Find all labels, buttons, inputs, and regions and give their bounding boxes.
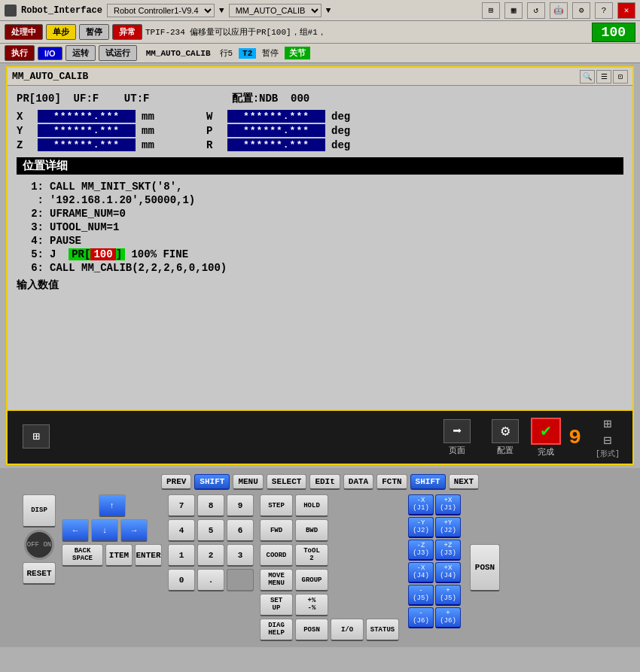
refresh-icon[interactable]: ↺ — [527, 2, 545, 19]
jog-x-pos-j1[interactable]: +X(J1) — [435, 494, 461, 515]
bwd-btn[interactable]: BWD — [295, 519, 328, 542]
tool2-btn[interactable]: ToOL2 — [295, 544, 328, 567]
fwd-btn[interactable]: FWD — [260, 519, 293, 542]
processing-btn[interactable]: 处理中 — [5, 24, 43, 40]
empty-btn — [227, 569, 254, 591]
num3-btn[interactable]: 3 — [227, 544, 254, 567]
line-content-2: UFRAME_NUM=0 — [50, 208, 623, 220]
num1-btn[interactable]: 1 — [168, 544, 195, 567]
group-btn[interactable]: GROUP — [295, 569, 328, 591]
jog-j5-neg[interactable]: -(J5) — [408, 585, 434, 606]
num0-btn[interactable]: 0 — [168, 569, 195, 591]
next-btn[interactable]: NEXT — [449, 474, 479, 490]
window-title-bar: MM_AUTO_CALIB 🔍 ☰ ⊡ — [8, 68, 632, 86]
grid2-icon[interactable]: ▦ — [504, 2, 523, 19]
backspace-btn[interactable]: BACKSPACE — [62, 544, 103, 567]
execute-btn[interactable]: 执行 — [5, 45, 35, 61]
status-message: TPIF-234 偏移量可以应用于PR[100]，组#1， — [145, 26, 589, 38]
step-btn[interactable]: 单步 — [46, 24, 76, 40]
enter-btn[interactable]: ENTER — [135, 544, 162, 567]
p-unit: deg — [331, 125, 354, 137]
pr-num: 100 — [90, 248, 115, 260]
step-btn-kbd[interactable]: STEP — [260, 494, 293, 517]
jog-z-neg-j3[interactable]: -Z(J3) — [408, 540, 434, 561]
grid-icon[interactable]: ⊞ — [482, 2, 500, 19]
arrow-down-btn[interactable]: ↓ — [91, 519, 118, 542]
setup-btn[interactable]: SETUP — [260, 594, 293, 616]
num5-btn[interactable]: 5 — [197, 519, 224, 542]
disp-btn[interactable]: DISP — [23, 494, 56, 528]
robot-arm-icon[interactable]: 🤖 — [550, 2, 568, 19]
test-run-btn[interactable]: 试运行 — [99, 45, 137, 61]
jog-y-pos-j2[interactable]: +Y(J2) — [435, 517, 461, 538]
coord-btn[interactable]: COORD — [260, 544, 293, 567]
menu-icon[interactable]: ☰ — [596, 70, 611, 84]
move-menu-btn[interactable]: MOVEMENU — [260, 569, 293, 591]
program-name: MM_AUTO_CALIB — [146, 49, 211, 58]
page-btn[interactable]: ➡ 页面 — [434, 419, 480, 456]
jog-x-neg-j1[interactable]: -X(J1) — [408, 494, 434, 515]
posn-right-btn[interactable]: POSN — [470, 544, 500, 591]
jog-z-pos-j3[interactable]: +Z(J3) — [435, 540, 461, 561]
jog-j6-neg[interactable]: -(J6) — [408, 607, 434, 628]
power-btn[interactable]: OFF ON — [24, 530, 54, 560]
diag-help-btn[interactable]: DIAGHELP — [260, 619, 293, 641]
prev-btn[interactable]: PREV — [161, 474, 191, 490]
pause-btn[interactable]: 暂停 — [79, 24, 109, 40]
grid-btn-icon: ⊞ — [23, 424, 50, 449]
shift-btn-right[interactable]: SHIFT — [410, 474, 446, 490]
coordinates-table: X ******.*** mm W ******.*** deg Y *****… — [17, 110, 623, 151]
edit-btn[interactable]: EDIt — [309, 474, 340, 490]
jog-j5-pos[interactable]: +(J5) — [435, 585, 461, 606]
form-btn[interactable]: ⊞⊟ [形式] — [589, 415, 626, 459]
maximize-icon[interactable]: ⊡ — [613, 70, 628, 84]
jog-j4-neg[interactable]: -X(J4) — [408, 562, 434, 583]
item-btn[interactable]: ITEM — [105, 544, 133, 567]
y-value: ******.*** — [38, 124, 136, 137]
hold-btn[interactable]: HOLD — [295, 494, 328, 517]
io-btn[interactable]: I/O — [38, 47, 62, 60]
posn-bottom-btn[interactable]: POSN — [295, 619, 328, 641]
percent-btn[interactable]: +%-% — [295, 594, 328, 616]
shift-btn-left[interactable]: SHIFT — [194, 474, 230, 490]
done-btn[interactable]: ✔ 完成 — [531, 418, 561, 458]
arrow-left-btn[interactable]: ← — [62, 519, 89, 542]
settings-icon[interactable]: ⚙ — [572, 2, 590, 19]
select-btn[interactable]: SELECT — [267, 474, 307, 490]
num8-btn[interactable]: 8 — [197, 494, 224, 517]
jog-y-neg-j2[interactable]: -Y(J2) — [408, 517, 434, 538]
program-dropdown[interactable]: MM_AUTO_CALIB — [229, 4, 322, 17]
help-icon[interactable]: ? — [595, 2, 613, 19]
config-btn[interactable]: ⚙ 配置 — [483, 419, 528, 456]
error-btn[interactable]: 异常 — [112, 24, 142, 40]
run-btn[interactable]: 运转 — [66, 45, 96, 61]
joint-badge: 关节 — [285, 47, 310, 59]
keyboard-main: DISP OFF ON RESET ↑ ← ↓ → BACKSPACE ITEM… — [23, 494, 617, 641]
num7-btn[interactable]: 7 — [168, 494, 195, 517]
line-num-2: 2: — [17, 208, 44, 220]
arrow-right-btn[interactable]: → — [120, 519, 148, 542]
code-line-3: 3: UTOOL_NUM=1 — [17, 221, 623, 233]
num9-btn[interactable]: 9 — [227, 494, 254, 517]
jog-j4-pos[interactable]: +X(J4) — [435, 562, 461, 583]
fctn-btn[interactable]: FCTN — [376, 474, 407, 490]
close-icon[interactable]: ✕ — [617, 2, 635, 19]
done-btn-label: 完成 — [538, 446, 554, 458]
num4-btn[interactable]: 4 — [168, 519, 195, 542]
dot-btn[interactable]: . — [197, 569, 224, 591]
menu-btn[interactable]: MENU — [233, 474, 263, 490]
io-kbd-btn[interactable]: I/O — [331, 619, 364, 641]
num2-btn[interactable]: 2 — [197, 544, 224, 567]
x-unit: mm — [142, 111, 164, 123]
num6-btn[interactable]: 6 — [227, 519, 254, 542]
data-btn[interactable]: DATA — [343, 474, 373, 490]
controller-dropdown[interactable]: Robot Controller1-V9.4 — [107, 4, 215, 17]
line-content-cont: '192.168.1.20',50000,1) — [50, 194, 623, 206]
status-btn[interactable]: STATUS — [366, 619, 399, 641]
grid-btn[interactable]: ⊞ — [14, 424, 59, 450]
zoom-icon[interactable]: 🔍 — [580, 70, 595, 84]
keyboard-area: PREV SHIFT MENU SELECT EDIt DATA FCTN SH… — [0, 468, 640, 647]
reset-btn[interactable]: RESET — [23, 562, 56, 585]
arrow-up-btn[interactable]: ↑ — [99, 494, 126, 517]
jog-j6-pos[interactable]: +(J6) — [435, 607, 461, 628]
